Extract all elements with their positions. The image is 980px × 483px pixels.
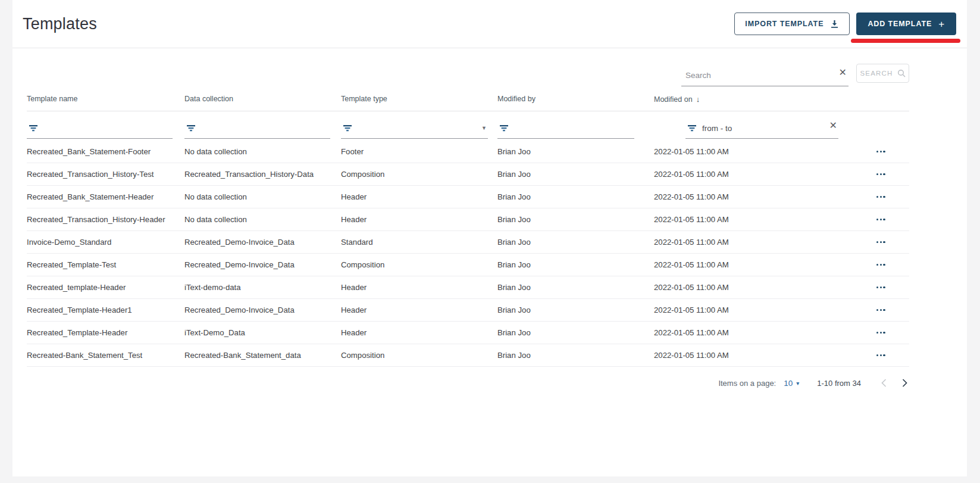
cell-modified-by: Brian Joo bbox=[497, 238, 654, 247]
row-actions-button[interactable] bbox=[874, 283, 888, 292]
filter-modified-by[interactable] bbox=[497, 120, 634, 139]
cell-modified-by: Brian Joo bbox=[497, 170, 654, 179]
cell-modified-on: 2022-01-05 11:00 AM bbox=[654, 306, 838, 314]
cell-modified-by: Brian Joo bbox=[497, 283, 654, 292]
cell-data-collection: iText-demo-data bbox=[184, 283, 341, 292]
cell-modified-on: 2022-01-05 11:00 AM bbox=[654, 192, 838, 201]
cell-template-type: Header bbox=[341, 283, 497, 292]
column-header-modified-by[interactable]: Modified by bbox=[497, 95, 654, 103]
column-header-template-type[interactable]: Template type bbox=[341, 95, 497, 103]
cell-modified-on: 2022-01-05 11:00 AM bbox=[654, 351, 838, 360]
pagination-range: 1-10 from 34 bbox=[817, 379, 861, 388]
chevron-down-icon: ▼ bbox=[481, 125, 487, 131]
cell-data-collection: Recreated_Demo-Invoice_Data bbox=[184, 238, 341, 247]
table-row[interactable]: Recreated_Bank_Statement-Footer No data … bbox=[27, 141, 909, 163]
table-row[interactable]: Recreated_template-Header iText-demo-dat… bbox=[27, 276, 909, 299]
add-template-wrap: ADD TEMPLATE + bbox=[856, 13, 956, 35]
previous-page-button[interactable] bbox=[879, 376, 889, 389]
add-template-highlight-underline bbox=[851, 39, 960, 43]
row-actions-button[interactable] bbox=[874, 192, 888, 201]
cell-data-collection: Recreated_Demo-Invoice_Data bbox=[184, 260, 341, 269]
import-template-label: IMPORT TEMPLATE bbox=[745, 20, 824, 28]
templates-card: Templates IMPORT TEMPLATE ADD TEMPLATE + bbox=[12, 0, 967, 476]
cell-modified-by: Brian Joo bbox=[497, 215, 654, 224]
table-row[interactable]: Recreated_Transaction_History-Test Recre… bbox=[27, 163, 909, 186]
items-per-page-label: Items on a page: bbox=[718, 379, 776, 388]
clear-date-filter-icon[interactable]: ✕ bbox=[829, 121, 837, 130]
table-row[interactable]: Recreated_Template-Test Recreated_Demo-I… bbox=[27, 254, 909, 276]
cell-template-name: Recreated_Template-Test bbox=[27, 260, 184, 269]
row-actions-button[interactable] bbox=[874, 306, 888, 314]
search-button-label: SEARCH bbox=[860, 70, 893, 77]
cell-modified-on: 2022-01-05 11:00 AM bbox=[654, 328, 838, 337]
page-size-value: 10 bbox=[784, 379, 793, 388]
row-actions-button[interactable] bbox=[874, 260, 888, 269]
cell-data-collection: No data collection bbox=[184, 215, 341, 224]
cell-template-name: Recreated_Transaction_History-Header bbox=[27, 215, 184, 224]
table-row[interactable]: Recreated_Transaction_History-Header No … bbox=[27, 208, 909, 231]
table-row[interactable]: Recreated_Bank_Statement-Header No data … bbox=[27, 186, 909, 208]
add-template-button[interactable]: ADD TEMPLATE + bbox=[856, 13, 956, 35]
table-body: Recreated_Bank_Statement-Footer No data … bbox=[27, 141, 909, 367]
row-actions-button[interactable] bbox=[874, 170, 888, 179]
cell-data-collection: Recreated_Demo-Invoice_Data bbox=[184, 306, 341, 314]
cell-modified-on: 2022-01-05 11:00 AM bbox=[654, 147, 838, 156]
filter-template-type[interactable]: ▼ bbox=[341, 120, 488, 139]
cell-template-name: Recreated_Bank_Statement-Header bbox=[27, 192, 184, 201]
filter-modified-on-date-range[interactable]: from - to ✕ bbox=[685, 120, 838, 139]
cell-modified-on: 2022-01-05 11:00 AM bbox=[654, 260, 838, 269]
row-actions-button[interactable] bbox=[874, 351, 888, 360]
filter-template-name[interactable] bbox=[27, 120, 173, 139]
table-row[interactable]: Recreated_Template-Header iText-Demo_Dat… bbox=[27, 322, 909, 344]
row-actions-button[interactable] bbox=[874, 328, 888, 337]
cell-template-name: Recreated_Template-Header1 bbox=[27, 306, 184, 314]
filter-icon bbox=[499, 124, 509, 132]
column-header-data-collection[interactable]: Data collection bbox=[184, 95, 341, 103]
row-actions-button[interactable] bbox=[874, 147, 888, 156]
sort-descending-icon: ↓ bbox=[696, 95, 700, 104]
search-row: ✕ SEARCH bbox=[12, 59, 909, 88]
import-template-button[interactable]: IMPORT TEMPLATE bbox=[734, 13, 850, 35]
search-field: ✕ bbox=[681, 60, 849, 86]
cell-template-name: Recreated_template-Header bbox=[27, 283, 184, 292]
pagination-bar: Items on a page: 10 ▾ 1-10 from 34 bbox=[12, 367, 910, 399]
search-input[interactable] bbox=[681, 71, 849, 86]
cell-template-name: Recreated_Transaction_History-Test bbox=[27, 170, 184, 179]
column-header-template-name[interactable]: Template name bbox=[27, 95, 184, 103]
page-title: Templates bbox=[23, 15, 97, 33]
filter-data-collection[interactable] bbox=[184, 120, 330, 139]
column-header-modified-on[interactable]: Modified on ↓ bbox=[654, 95, 838, 104]
table-row[interactable]: Invoice-Demo_Standard Recreated_Demo-Inv… bbox=[27, 231, 909, 254]
cell-template-name: Invoice-Demo_Standard bbox=[27, 238, 184, 247]
cell-template-type: Composition bbox=[341, 170, 497, 179]
clear-search-icon[interactable]: ✕ bbox=[839, 67, 847, 78]
row-actions-button[interactable] bbox=[874, 238, 888, 247]
next-page-button[interactable] bbox=[900, 376, 910, 389]
filter-icon bbox=[186, 124, 196, 132]
add-template-label: ADD TEMPLATE bbox=[868, 20, 932, 28]
filter-icon bbox=[29, 124, 38, 132]
cell-modified-on: 2022-01-05 11:00 AM bbox=[654, 283, 838, 292]
cell-template-type: Footer bbox=[341, 147, 497, 156]
cell-template-type: Header bbox=[341, 215, 497, 224]
cell-modified-on: 2022-01-05 11:00 AM bbox=[654, 170, 838, 179]
templates-table: Template name Data collection Template t… bbox=[27, 95, 909, 367]
cell-template-name: Recreated-Bank_Statement_Test bbox=[27, 351, 184, 360]
cell-modified-by: Brian Joo bbox=[497, 260, 654, 269]
cell-data-collection: No data collection bbox=[184, 192, 341, 201]
cell-template-name: Recreated_Bank_Statement-Footer bbox=[27, 147, 184, 156]
cell-template-type: Composition bbox=[341, 260, 497, 269]
cell-data-collection: Recreated-Bank_Statement_data bbox=[184, 351, 341, 360]
row-actions-button[interactable] bbox=[874, 215, 888, 224]
download-icon bbox=[830, 20, 839, 29]
plus-icon: + bbox=[938, 19, 945, 29]
table-row[interactable]: Recreated-Bank_Statement_Test Recreated-… bbox=[27, 344, 909, 367]
cell-modified-by: Brian Joo bbox=[497, 306, 654, 314]
page-size-select[interactable]: 10 ▾ bbox=[784, 379, 799, 388]
table-row[interactable]: Recreated_Template-Header1 Recreated_Dem… bbox=[27, 299, 909, 322]
cell-data-collection: No data collection bbox=[184, 147, 341, 156]
cell-modified-by: Brian Joo bbox=[497, 328, 654, 337]
chevron-down-icon: ▾ bbox=[796, 380, 799, 387]
search-button[interactable]: SEARCH bbox=[856, 64, 909, 83]
date-range-placeholder: from - to bbox=[702, 124, 732, 133]
